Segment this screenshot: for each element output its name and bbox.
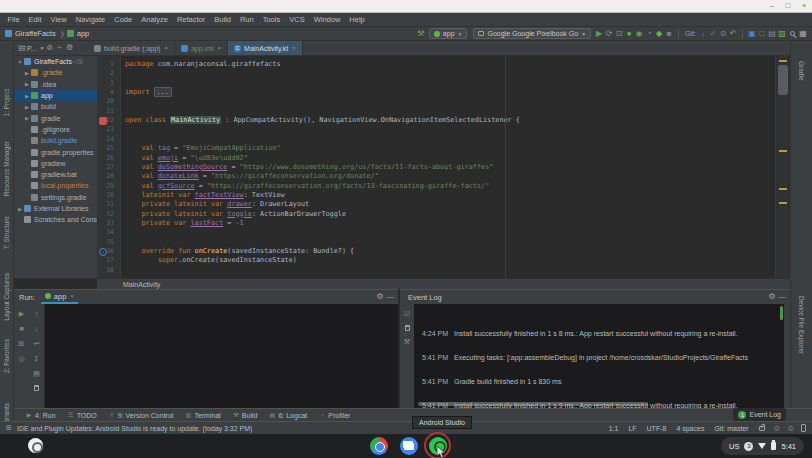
debug-icon[interactable]: ●	[624, 29, 634, 39]
tree-item-gradle[interactable]: ▶gradle	[14, 112, 97, 123]
settings-wrench-icon[interactable]: ⚒	[403, 338, 411, 346]
line-number[interactable]: 21	[106, 107, 114, 116]
run-console-output[interactable]	[44, 304, 398, 411]
device-status-icon[interactable]	[801, 424, 806, 432]
event-log-minimize-icon[interactable]: —	[777, 292, 787, 302]
line-number[interactable]: 28	[106, 172, 114, 181]
line-number[interactable]: 1	[110, 60, 114, 69]
window-icon[interactable]: □	[757, 29, 767, 39]
expand-arrow-icon[interactable]: ▶	[23, 104, 31, 110]
line-number[interactable]: 20	[106, 97, 114, 106]
tree-item-settings-gradle[interactable]: settings.gradle	[14, 192, 97, 203]
chrome-icon[interactable]	[370, 437, 388, 455]
ide-updates-icon[interactable]: ⊞	[4, 423, 14, 433]
line-number[interactable]: 26	[106, 154, 114, 163]
tree-item-app[interactable]: ▶app	[14, 90, 97, 101]
line-number[interactable]: 29	[106, 182, 114, 191]
tool-strip-gradle[interactable]: Gradle	[798, 61, 805, 81]
rerun-icon[interactable]: ▶	[18, 310, 26, 318]
git-update-icon[interactable]: ↓	[698, 29, 708, 39]
collapse-all-icon[interactable]: ÷	[55, 43, 65, 53]
git-commit-icon[interactable]: ✓	[708, 29, 718, 39]
tree-item--gitignore[interactable]: .gitignore	[14, 124, 97, 135]
breadcrumb-module[interactable]: app	[77, 29, 90, 38]
run-tab-app[interactable]: app ×	[41, 290, 78, 304]
window-minimize-button[interactable]: –	[764, 0, 780, 12]
tool-strip-7-structure[interactable]: 7: Structure	[3, 216, 10, 250]
menu-vcs[interactable]: VCS	[285, 15, 309, 24]
line-number[interactable]: 33	[106, 219, 114, 228]
tab-mainactivity-kt[interactable]: CMainActivity.kt×	[228, 41, 303, 55]
menu-edit[interactable]: Edit	[24, 15, 46, 24]
tree-item-scratches-and-consoles[interactable]: Scratches and Consoles	[14, 214, 97, 225]
status-utf-8[interactable]: UTF-8	[647, 425, 667, 432]
menu-code[interactable]: Code	[110, 15, 137, 24]
event-log-entry[interactable]: 5:41 PMExecuting tasks: [:app:assembleDe…	[422, 354, 748, 361]
vertical-scrollbar[interactable]	[780, 306, 783, 320]
run-minimize-icon[interactable]: —	[385, 292, 395, 302]
mark-read-icon[interactable]: ☑	[403, 310, 411, 318]
close-icon[interactable]: ×	[164, 45, 168, 51]
toolwindow-terminal[interactable]: ▥Terminal	[184, 410, 220, 420]
hammer-icon[interactable]: ⚒	[416, 29, 426, 39]
device-select[interactable]: Google Google Pixelbook Go▼	[473, 28, 591, 39]
menu-analyze[interactable]: Analyze	[137, 15, 173, 24]
tool-strip-1-project[interactable]: 1: Project	[3, 89, 10, 116]
error-stripe[interactable]	[775, 56, 790, 278]
window-restore-button[interactable]: □	[780, 0, 796, 12]
line-number[interactable]: 25	[106, 144, 114, 153]
error-marker-icon[interactable]	[99, 117, 107, 125]
print-icon[interactable]: ▤	[33, 370, 41, 378]
menu-refactor[interactable]: Refactor	[172, 15, 209, 24]
line-number[interactable]: 23	[106, 125, 114, 134]
close-icon[interactable]: ×	[70, 293, 74, 299]
status-lf[interactable]: LF	[628, 425, 636, 432]
warning-mark[interactable]	[779, 202, 787, 204]
restore-layout-icon[interactable]: ⊞	[18, 340, 26, 348]
tree-item-gradlew[interactable]: gradlew	[14, 158, 97, 169]
toolwindow-6-logcat[interactable]: ▤6: Logcat	[268, 410, 307, 420]
status-1-1[interactable]: 1:1	[609, 425, 619, 432]
event-log-entry[interactable]: 5:41 PMGradle build finished in 1 s 830 …	[422, 378, 561, 385]
up-icon[interactable]: ↑	[33, 310, 41, 318]
apply-code-changes-icon[interactable]: ⊡	[614, 29, 624, 39]
menu-build[interactable]: Build	[210, 15, 236, 24]
warning-mark[interactable]	[779, 188, 787, 190]
breadcrumb-class[interactable]: MainActivity	[123, 281, 160, 288]
event-log-entry[interactable]: 4:24 PMInstall successfully finished in …	[422, 330, 738, 337]
line-number[interactable]: 32	[106, 210, 114, 219]
tree-item-build[interactable]: ▶build	[14, 101, 97, 112]
profile-icon[interactable]: ◉	[634, 29, 644, 39]
menu-tools[interactable]: Tools	[258, 15, 285, 24]
apply-changes-icon[interactable]: ⟳	[604, 29, 614, 39]
hide-panel-icon[interactable]: ⊘	[45, 43, 55, 53]
line-number[interactable]: 34	[106, 228, 114, 237]
tree-item-gradle-properties[interactable]: gradle.properties	[14, 146, 97, 157]
clear-icon[interactable]	[34, 385, 39, 391]
profiler-icon[interactable]: ◔	[644, 29, 654, 39]
launcher-button[interactable]	[28, 438, 43, 453]
sdk-manager-icon[interactable]: ▧	[777, 29, 787, 39]
stop-icon[interactable]: ■	[664, 29, 674, 39]
close-icon[interactable]: ×	[292, 45, 296, 51]
toolwindow-profiler[interactable]: ◔Profiler	[318, 410, 350, 420]
menu-window[interactable]: Window	[309, 15, 345, 24]
tree-item--idea[interactable]: ▶.idea	[14, 79, 97, 90]
scroll-end-icon[interactable]: ↧	[33, 355, 41, 363]
run-icon[interactable]: ▶	[594, 29, 604, 39]
tree-item--gradle[interactable]: ▶.gradle	[14, 67, 97, 78]
tool-strip-2-favorites[interactable]: 2: Favorites	[3, 339, 10, 373]
line-number[interactable]: 30	[106, 191, 114, 200]
emoji-status-icon[interactable]: ☺	[773, 424, 781, 433]
event-log-settings-gear-icon[interactable]: ⚙	[767, 292, 777, 302]
menu-run[interactable]: Run	[235, 15, 258, 24]
line-number[interactable]: 3	[110, 79, 114, 88]
window-close-button[interactable]: ×	[796, 0, 812, 12]
status-git-master[interactable]: Git: master	[714, 425, 748, 432]
run-settings-gear-icon[interactable]: ⚙	[375, 292, 385, 302]
search-icon[interactable]	[790, 31, 795, 36]
warning-mark[interactable]	[779, 150, 787, 152]
soft-wrap-icon[interactable]: ↩	[33, 340, 41, 348]
pin-icon[interactable]: ◎	[18, 355, 26, 363]
expand-arrow-icon[interactable]: ▶	[16, 206, 24, 212]
